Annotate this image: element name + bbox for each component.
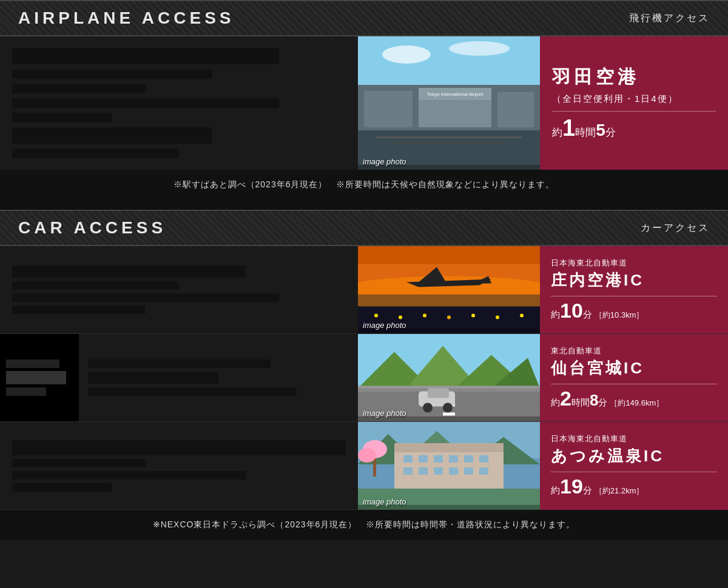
route-bar-1 bbox=[12, 48, 279, 64]
ic-time-2: 約 2 時間 8 分 ［約149.6km］ bbox=[551, 387, 664, 410]
svg-point-23 bbox=[520, 314, 524, 318]
left-line-1a bbox=[12, 266, 246, 278]
airplane-section-header: AIRPLANE ACCESS 飛行機アクセス bbox=[0, 0, 728, 36]
svg-text:Tokyo International Airport: Tokyo International Airport bbox=[427, 92, 484, 97]
car-image-2-caption-overlay: image photo bbox=[358, 416, 540, 421]
time-hours: 1 bbox=[562, 115, 575, 141]
car-notice-text: ※NEXCO東日本ドラぷら調べ（2023年6月現在） ※所要時間は時間帯・道路状… bbox=[153, 520, 576, 529]
ic-name-3: あつみ温泉IC bbox=[551, 446, 664, 467]
svg-rect-58 bbox=[449, 467, 458, 475]
airport-name: 羽田空港 bbox=[552, 65, 639, 90]
info-divider bbox=[552, 111, 716, 112]
route-bar-2 bbox=[12, 69, 212, 79]
svg-rect-56 bbox=[419, 467, 428, 475]
highway-1: 日本海東北自動車道 bbox=[551, 258, 627, 269]
svg-rect-48 bbox=[394, 443, 504, 452]
car-content: image photo 日本海東北自動車道 庄内空港IC 約 10 分 ［約10… bbox=[0, 246, 728, 510]
car-left-black-block bbox=[0, 334, 79, 421]
left-line-2b bbox=[88, 372, 218, 384]
ic-time-1: 約 10 分 ［約10.3km］ bbox=[551, 299, 644, 322]
ic-divider-1 bbox=[551, 296, 717, 296]
car-left-panel bbox=[0, 246, 358, 510]
svg-rect-6 bbox=[497, 92, 534, 127]
car-row-2: image photo 東北自動車道 仙台宮城IC 約 2 時間 8 分 ［約1… bbox=[358, 334, 728, 422]
left-line-3d bbox=[12, 483, 112, 492]
car-image-3: image photo bbox=[358, 422, 540, 510]
car-info-3: 日本海東北自動車道 あつみ温泉IC 約 19 分 ［約21.2km］ bbox=[540, 422, 728, 510]
airport-subtitle: （全日空便利用・1日4便） bbox=[552, 93, 678, 105]
car-right-panel: image photo 日本海東北自動車道 庄内空港IC 約 10 分 ［約10… bbox=[358, 246, 728, 510]
time-sub-2: ［約149.6km］ bbox=[610, 398, 664, 409]
time-minutes: 5 bbox=[596, 121, 605, 140]
svg-rect-51 bbox=[434, 455, 443, 463]
car-info-2: 東北自動車道 仙台宮城IC 約 2 時間 8 分 ［約149.6km］ bbox=[540, 334, 728, 421]
highway-3: 日本海東北自動車道 bbox=[551, 433, 627, 444]
car-left-mid-block bbox=[79, 334, 358, 421]
airplane-info-box: 羽田空港 （全日空便利用・1日4便） 約 1 時間 5 分 bbox=[540, 36, 728, 170]
ic-name-2: 仙台宮城IC bbox=[551, 358, 644, 379]
section-gap bbox=[0, 200, 728, 210]
time-pre-2: 約 bbox=[551, 397, 560, 409]
time-kanji2-2: 分 bbox=[598, 397, 607, 409]
left-line-1b bbox=[12, 281, 179, 290]
car-header-title-en: CAR ACCESS bbox=[18, 218, 166, 238]
airport-image-container: Tokyo International Airport image photo bbox=[358, 36, 540, 170]
time-sub-1: ［約10.3km］ bbox=[595, 310, 644, 321]
svg-rect-10 bbox=[376, 136, 522, 138]
car-image-1-caption-overlay: image photo bbox=[358, 329, 540, 333]
time-kanji-3: 分 bbox=[583, 485, 592, 496]
left-line-3b bbox=[12, 459, 146, 467]
time-kanji-1: 分 bbox=[583, 309, 592, 321]
airplane-content: Tokyo International Airport image photo … bbox=[0, 36, 728, 170]
svg-point-1 bbox=[382, 45, 431, 64]
time-sub-3: ［約21.2km］ bbox=[595, 486, 644, 496]
airplane-header-title-en: AIRPLANE ACCESS bbox=[18, 8, 235, 28]
car-notice: ※NEXCO東日本ドラぷら調べ（2023年6月現在） ※所要時間は時間帯・道路状… bbox=[0, 510, 728, 540]
route-bar-4 bbox=[12, 98, 279, 108]
svg-rect-4 bbox=[364, 91, 413, 127]
left-line-1d bbox=[12, 306, 146, 314]
ic-divider-2 bbox=[551, 384, 717, 384]
car-left-row-2 bbox=[0, 334, 358, 422]
svg-rect-59 bbox=[464, 467, 473, 475]
car-header-title-ja: カーアクセス bbox=[641, 222, 710, 235]
car-image-3-caption-overlay: image photo bbox=[358, 505, 540, 510]
time-pre-1: 約 bbox=[551, 309, 560, 321]
svg-rect-35 bbox=[428, 387, 449, 398]
svg-point-17 bbox=[374, 314, 378, 318]
car-image-2-caption: image photo bbox=[363, 409, 406, 418]
car-left-row-1 bbox=[0, 246, 358, 334]
svg-point-46 bbox=[358, 448, 376, 463]
ic-time-3: 約 19 分 ［約21.2km］ bbox=[551, 475, 644, 498]
svg-point-18 bbox=[399, 316, 402, 319]
time-pre: 約 bbox=[552, 125, 562, 139]
airplane-left-panel bbox=[0, 36, 358, 170]
time-hours-kanji: 時間 bbox=[575, 125, 596, 139]
svg-rect-50 bbox=[419, 455, 428, 463]
route-bar-6 bbox=[12, 127, 212, 144]
svg-rect-38 bbox=[358, 386, 540, 389]
airplane-right-panel: Tokyo International Airport image photo … bbox=[358, 36, 728, 170]
svg-point-20 bbox=[447, 316, 451, 319]
highway-2: 東北自動車道 bbox=[551, 346, 602, 356]
svg-point-19 bbox=[423, 314, 426, 318]
svg-rect-53 bbox=[464, 455, 473, 463]
svg-rect-54 bbox=[479, 455, 488, 463]
route-bar-3 bbox=[12, 84, 146, 93]
svg-point-2 bbox=[449, 41, 510, 56]
time-minutes-kanji: 分 bbox=[605, 125, 616, 139]
car-info-1: 日本海東北自動車道 庄内空港IC 約 10 分 ［約10.3km］ bbox=[540, 246, 728, 333]
svg-rect-57 bbox=[434, 467, 443, 475]
svg-point-36 bbox=[423, 403, 433, 413]
time-kanji2-1: 時間 bbox=[571, 397, 590, 409]
time-num2-2: 8 bbox=[590, 391, 598, 410]
car-row-3: image photo 日本海東北自動車道 あつみ温泉IC 約 19 分 ［約2… bbox=[358, 422, 728, 510]
car-image-1-caption: image photo bbox=[363, 321, 406, 330]
svg-rect-60 bbox=[479, 467, 488, 475]
car-image-2: image photo bbox=[358, 334, 540, 421]
time-num2-1: 2 bbox=[560, 387, 571, 410]
route-bar-5 bbox=[12, 113, 112, 122]
left-line-2c bbox=[88, 387, 297, 396]
car-row-1: image photo 日本海東北自動車道 庄内空港IC 約 10 分 ［約10… bbox=[358, 246, 728, 334]
left-line-3c bbox=[12, 471, 246, 479]
